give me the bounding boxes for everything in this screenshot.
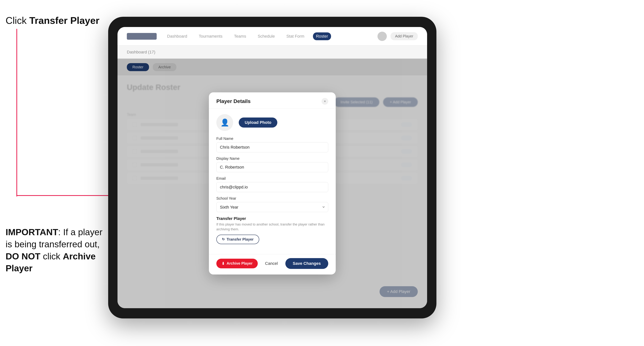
display-name-label: Display Name — [216, 157, 328, 161]
nav-stat-form[interactable]: Stat Form — [283, 32, 307, 40]
transfer-label: Transfer Player — [216, 216, 328, 221]
avatar-icon: 👤 — [220, 118, 229, 127]
modal-header: Player Details × — [209, 92, 336, 109]
modal-overlay: Player Details × 👤 Upload Photo — [118, 59, 427, 308]
school-year-select[interactable]: First Year Second Year Third Year Fourth… — [216, 202, 328, 212]
school-year-label: School Year — [216, 196, 328, 200]
transfer-player-button[interactable]: ↻ Transfer Player — [216, 235, 259, 244]
nav-schedule[interactable]: Schedule — [255, 32, 278, 40]
close-button[interactable]: × — [322, 98, 328, 105]
upload-photo-button[interactable]: Upload Photo — [239, 118, 277, 128]
tablet-screen: Dashboard Tournaments Teams Schedule Sta… — [118, 27, 427, 308]
instruction-bold: Transfer Player — [29, 15, 100, 26]
full-name-label: Full Name — [216, 137, 328, 141]
archive-player-button[interactable]: ⬇ Archive Player — [216, 259, 258, 268]
app-topbar: Dashboard Tournaments Teams Schedule Sta… — [118, 27, 427, 46]
content-area: Roster Archive Update Roster Invite Sele… — [118, 59, 427, 308]
email-group: Email — [216, 176, 328, 192]
topbar-right: Add Player — [378, 32, 418, 41]
user-avatar — [378, 32, 387, 41]
full-name-input[interactable] — [216, 142, 328, 152]
nav-items: Dashboard Tournaments Teams Schedule Sta… — [164, 32, 370, 40]
cancel-button[interactable]: Cancel — [261, 259, 282, 268]
archive-btn-label: Archive Player — [226, 261, 252, 266]
instruction-prefix: Click — [6, 15, 29, 26]
transfer-btn-label: Transfer Player — [226, 237, 254, 242]
nav-dashboard[interactable]: Dashboard — [164, 32, 190, 40]
display-name-group: Display Name — [216, 157, 328, 172]
transfer-description: If this player has moved to another scho… — [216, 222, 328, 231]
email-input[interactable] — [216, 182, 328, 192]
save-changes-button[interactable]: Save Changes — [285, 258, 328, 269]
instruction-top: Click Transfer Player — [6, 15, 100, 26]
app-logo — [127, 33, 157, 40]
modal-title: Player Details — [216, 98, 251, 104]
important-label: IMPORTANT — [6, 227, 58, 237]
school-year-group: School Year First Year Second Year Third… — [216, 196, 328, 212]
nav-teams[interactable]: Teams — [231, 32, 249, 40]
breadcrumb: Dashboard (17) — [127, 50, 155, 55]
full-name-group: Full Name — [216, 137, 328, 152]
sub-header: Dashboard (17) — [118, 46, 427, 59]
nav-tournaments[interactable]: Tournaments — [196, 32, 226, 40]
instruction-suffix2: click — [40, 251, 63, 261]
footer-right: Cancel Save Changes — [261, 258, 328, 269]
transfer-section: Transfer Player If this player has moved… — [216, 216, 328, 244]
topbar-add-btn[interactable]: Add Player — [390, 32, 418, 40]
archive-icon: ⬇ — [222, 261, 225, 266]
transfer-icon: ↻ — [222, 237, 225, 241]
email-label: Email — [216, 176, 328, 181]
modal-body: 👤 Upload Photo Full Name Display Name — [209, 109, 336, 254]
photo-upload-row: 👤 Upload Photo — [216, 114, 328, 131]
nav-roster[interactable]: Roster — [313, 32, 331, 40]
do-not-label: DO NOT — [6, 251, 40, 261]
red-line-vertical — [16, 29, 17, 196]
avatar-placeholder: 👤 — [216, 114, 233, 131]
tablet-frame: Dashboard Tournaments Teams Schedule Sta… — [108, 17, 436, 319]
player-details-modal: Player Details × 👤 Upload Photo — [209, 92, 336, 274]
display-name-input[interactable] — [216, 162, 328, 172]
modal-footer: ⬇ Archive Player Cancel Save Changes — [209, 254, 336, 275]
instruction-bottom: IMPORTANT: If a player is being transfer… — [6, 226, 102, 275]
